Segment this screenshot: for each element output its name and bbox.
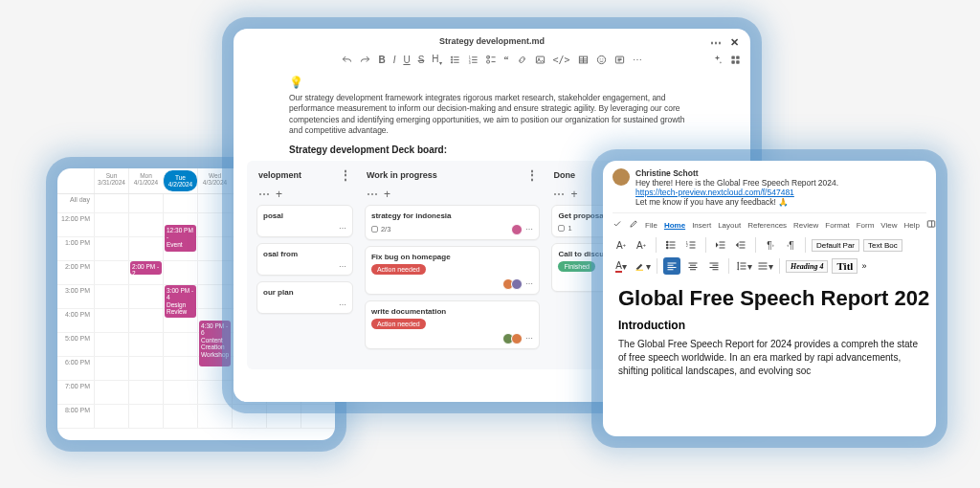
deck-card[interactable]: posal⋯ <box>256 205 353 237</box>
chat-link[interactable]: https://tech-preview.nextcloud.com/f/547… <box>635 188 794 197</box>
svg-rect-8 <box>536 56 544 63</box>
doc-h3: Introduction <box>618 319 921 332</box>
editor-document[interactable]: Global Free Speech Report 202 Introducti… <box>612 277 926 378</box>
checklist-icon[interactable] <box>486 55 497 65</box>
card-more-icon[interactable]: ⋯ <box>525 225 533 233</box>
paragraph-style-select[interactable]: Default Par <box>812 239 859 252</box>
font-grow-icon[interactable]: A+ <box>612 236 630 254</box>
menu-view[interactable]: View <box>880 221 897 230</box>
day-header[interactable]: Wed 4/3/2024 <box>197 168 232 193</box>
card-more-icon[interactable]: ⋯ <box>525 334 533 343</box>
status-tag: Action needed <box>371 264 426 275</box>
menu-insert[interactable]: Insert <box>692 221 711 230</box>
emoji-icon[interactable] <box>596 55 607 65</box>
hour-label: 3:00 PM <box>57 285 94 308</box>
column-prev-icon[interactable]: ⋯ <box>258 188 270 201</box>
toolbar-more-icon[interactable]: ⋯ <box>633 55 642 65</box>
bullet-list-icon[interactable] <box>662 236 679 254</box>
document-titlebar: Strategy development.md ⋯ ✕ <box>243 36 741 46</box>
card-more-icon[interactable]: ⋯ <box>339 224 346 233</box>
table-icon[interactable] <box>578 55 589 65</box>
underline-icon[interactable]: U <box>403 55 410 65</box>
edit-icon[interactable] <box>629 219 638 231</box>
menu-format[interactable]: Format <box>825 221 849 230</box>
align-right-icon[interactable] <box>705 257 723 275</box>
deck-card[interactable]: write documentation Action needed ⋯ <box>365 300 541 349</box>
code-icon[interactable]: </> <box>553 55 570 65</box>
hour-label: 12:00 PM <box>57 213 94 236</box>
menu-file[interactable]: File <box>645 221 657 230</box>
svg-rect-7 <box>486 60 489 63</box>
link-icon[interactable] <box>517 55 527 65</box>
card-more-icon[interactable]: ⋯ <box>339 262 346 271</box>
document-toolbar: B I U S H▾ 123 “ </> ⋯ <box>243 46 741 74</box>
card-more-icon[interactable]: ⋯ <box>339 300 346 309</box>
indent-icon[interactable] <box>732 236 749 254</box>
bulb-emoji: 💡 <box>289 76 741 89</box>
image-icon[interactable] <box>535 55 546 65</box>
bold-icon[interactable]: B <box>378 55 385 65</box>
number-list-icon[interactable]: 12 <box>682 236 700 254</box>
title-style-select[interactable]: Titl <box>832 258 858 274</box>
assistant-icon[interactable] <box>712 55 723 65</box>
sidebar-toggle-icon[interactable] <box>926 219 936 231</box>
hour-label: 7:00 PM <box>57 381 94 404</box>
undo-icon[interactable] <box>342 55 352 65</box>
card-more-icon[interactable]: ⋯ <box>525 279 533 288</box>
deck-column: Work in progress⋮ ⋯+ strategy for indone… <box>363 161 543 369</box>
svg-rect-15 <box>731 55 734 58</box>
menu-home[interactable]: Home <box>664 221 685 230</box>
column-add-icon[interactable]: + <box>570 188 577 201</box>
strikethrough-icon[interactable]: S <box>418 55 425 65</box>
deck-card[interactable]: Fix bug on homepage Action needed ⋯ <box>365 246 541 295</box>
ordered-list-icon[interactable]: 123 <box>468 55 479 65</box>
day-header[interactable]: Mon 4/1/2024 <box>128 168 163 193</box>
menu-help[interactable]: Help <box>904 221 920 230</box>
ltr-icon[interactable]: ¶› <box>762 236 779 254</box>
column-title: velopment <box>258 170 301 180</box>
menu-review[interactable]: Review <box>793 221 818 230</box>
svg-point-12 <box>599 58 600 59</box>
deck-card[interactable]: our plan⋯ <box>256 281 353 314</box>
day-header[interactable]: Sun 3/31/2024 <box>94 168 128 193</box>
heading-style-select[interactable]: Heading 4 <box>786 260 828 273</box>
outdent-icon[interactable] <box>712 236 729 254</box>
column-more-icon[interactable]: ⋮ <box>526 168 538 182</box>
save-icon[interactable] <box>612 219 622 231</box>
paragraph-spacing-icon[interactable]: ▾ <box>756 257 773 275</box>
deck-card[interactable]: strategy for indonesia 2/3 ⋯ <box>365 205 541 240</box>
details-icon[interactable] <box>614 55 625 65</box>
deck-card[interactable]: osal from⋯ <box>256 243 353 276</box>
unordered-list-icon[interactable] <box>450 55 460 65</box>
column-prev-icon[interactable]: ⋯ <box>553 188 565 201</box>
style-scroll-icon[interactable]: » <box>861 261 866 271</box>
rtl-icon[interactable]: ‹¶ <box>782 236 799 254</box>
day-header-selected[interactable]: Tue 4/2/2024 <box>163 170 197 191</box>
line-spacing-icon[interactable]: ▾ <box>735 257 752 275</box>
menu-layout[interactable]: Layout <box>718 221 741 230</box>
font-color-icon[interactable]: A▾ <box>612 257 630 275</box>
quote-icon[interactable]: “ <box>504 55 509 65</box>
document-paragraph: Our strategy development framework integ… <box>243 93 741 137</box>
align-left-icon[interactable] <box>663 257 680 275</box>
outline-icon[interactable] <box>730 55 741 65</box>
menu-references[interactable]: References <box>747 221 787 230</box>
hour-label: 6:00 PM <box>57 357 94 380</box>
font-shrink-icon[interactable]: A+ <box>633 236 650 254</box>
column-prev-icon[interactable]: ⋯ <box>367 188 378 201</box>
font-family-select[interactable]: Text Boc <box>863 239 902 252</box>
heading-icon[interactable]: H▾ <box>432 54 441 66</box>
column-add-icon[interactable]: + <box>276 188 282 201</box>
highlight-icon[interactable]: ▾ <box>634 257 651 275</box>
redo-icon[interactable] <box>360 55 370 65</box>
column-add-icon[interactable]: + <box>384 188 390 201</box>
hour-label: 8:00 PM <box>57 405 94 428</box>
avatar <box>612 168 630 186</box>
column-more-icon[interactable]: ⋮ <box>340 168 351 182</box>
align-center-icon[interactable] <box>684 257 702 275</box>
italic-icon[interactable]: I <box>393 55 396 65</box>
pray-emoji: 🙏 <box>778 197 789 207</box>
svg-point-11 <box>597 55 605 63</box>
calendar-event[interactable]: 2:00 PM - 2 <box>130 261 162 275</box>
menu-form[interactable]: Form <box>857 221 875 230</box>
